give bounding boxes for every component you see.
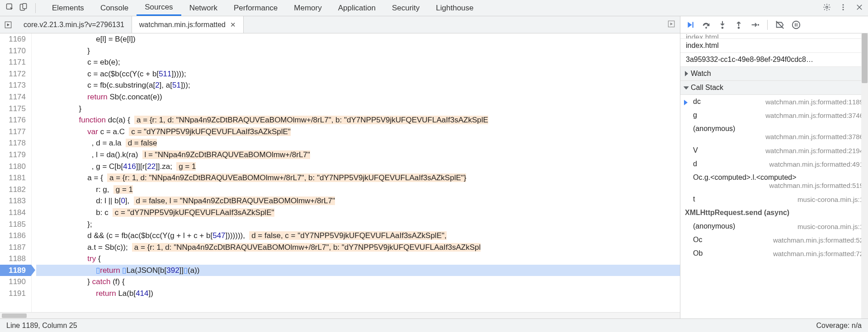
line-gutter: 1169117011711172117311741175117611771178…: [0, 33, 32, 312]
callstack-frame[interactable]: tmusic-corona.min.js:1: [680, 192, 868, 206]
threads-item[interactable]: index.html: [680, 33, 868, 39]
frame-function: dc: [693, 98, 708, 106]
code-line: }: [36, 103, 680, 115]
close-devtools-icon[interactable]: [855, 3, 863, 13]
line-number[interactable]: 1190: [0, 276, 31, 288]
line-number[interactable]: 1186: [0, 230, 31, 242]
navigator-toggle-icon[interactable]: [2, 21, 14, 29]
line-number[interactable]: 1180: [0, 161, 31, 173]
code-line: };: [36, 219, 680, 230]
line-number[interactable]: 1174: [0, 91, 31, 103]
resume-icon[interactable]: [685, 20, 695, 30]
code-line: r: g, g = 1: [36, 184, 680, 196]
frame-location: watchman.min.js:formatted:3746: [765, 112, 863, 119]
svg-point-4: [843, 4, 844, 5]
line-number[interactable]: 1185: [0, 219, 31, 230]
horizontal-scrollbar[interactable]: [0, 312, 680, 318]
callstack-frame[interactable]: Ocwatchman.min.js:formatted:52: [680, 233, 868, 247]
svg-point-11: [722, 27, 724, 29]
line-number[interactable]: 1182: [0, 184, 31, 196]
line-number[interactable]: 1184: [0, 207, 31, 219]
coverage-status: Coverage: n/a: [816, 322, 862, 330]
callstack-frame[interactable]: dwatchman.min.js:formatted:491: [680, 157, 868, 171]
line-number[interactable]: 1177: [0, 126, 31, 138]
line-number[interactable]: 1176: [0, 114, 31, 126]
line-number[interactable]: 1191: [0, 288, 31, 299]
svg-point-6: [843, 9, 844, 10]
cursor-position: Line 1189, Column 25: [6, 322, 77, 330]
tab-elements[interactable]: Elements: [44, 0, 92, 16]
callstack-frame[interactable]: Oc.g.<computed>.l.<computed>watchman.min…: [680, 171, 868, 192]
tab-memory[interactable]: Memory: [286, 0, 330, 16]
tab-security[interactable]: Security: [384, 0, 428, 16]
settings-icon[interactable]: [823, 3, 831, 13]
code-line: function dc(a) { a = {r: 1, d: "NNpa4n9Z…: [36, 114, 680, 126]
frame-function: (anonymous): [693, 125, 735, 132]
file-tab[interactable]: watchman.min.js:formatted✕: [132, 16, 244, 33]
code-line: c = fb(c.substring(a[2], a[51]));: [36, 79, 680, 91]
line-number[interactable]: 1188: [0, 253, 31, 265]
callstack-frame[interactable]: (anonymous)music-corona.min.js:1: [680, 220, 868, 233]
code-line: , d = a.la d = false: [36, 137, 680, 149]
frame-location: watchman.min.js:formatted:72: [773, 250, 863, 257]
close-icon[interactable]: ✕: [230, 21, 236, 29]
callstack-frame[interactable]: gwatchman.min.js:formatted:3746: [680, 108, 868, 122]
kebab-menu-icon[interactable]: [839, 3, 847, 13]
line-number[interactable]: 1183: [0, 195, 31, 207]
line-number[interactable]: 1181: [0, 172, 31, 184]
threads-item[interactable]: 3a959332-cc1c-49e8-98ef-294f0cdc8…: [680, 53, 868, 67]
code-editor[interactable]: 1169117011711172117311741175117611771178…: [0, 33, 680, 312]
svg-point-14: [793, 21, 800, 28]
svg-rect-16: [797, 23, 797, 26]
watch-section-header[interactable]: Watch: [680, 67, 868, 81]
svg-point-10: [705, 27, 707, 28]
divider: [767, 20, 768, 30]
line-number[interactable]: 1170: [0, 45, 31, 57]
line-number[interactable]: 1187: [0, 242, 31, 253]
device-toggle-icon[interactable]: [19, 3, 28, 14]
callstack-frame[interactable]: Obwatchman.min.js:formatted:72: [680, 247, 868, 260]
frame-function: (anonymous): [693, 222, 735, 230]
tab-network[interactable]: Network: [181, 0, 226, 16]
code-content[interactable]: e[l] = B(e[l]) } c = eb(e); c = ac($b(cc…: [32, 33, 680, 312]
code-line: var c = a.C c = "dY7NPP5V9jkUFQEVUFLAaIf…: [36, 126, 680, 138]
code-line: ▯return ▯La(JSON[b[392]]▯(a)): [36, 265, 680, 276]
callstack-section-header[interactable]: Call Stack: [680, 81, 868, 95]
line-number[interactable]: 1189: [0, 265, 31, 276]
callstack-frame[interactable]: (anonymous)watchman.min.js:formatted:378…: [680, 122, 868, 144]
line-number[interactable]: 1171: [0, 56, 31, 68]
line-number[interactable]: 1169: [0, 33, 31, 45]
inspect-icon[interactable]: [5, 3, 14, 14]
frame-location: watchman.min.js:formatted:519: [769, 182, 863, 189]
step-out-icon[interactable]: [734, 20, 744, 30]
line-number[interactable]: 1179: [0, 149, 31, 161]
callstack-frame[interactable]: dcwatchman.min.js:formatted:1189: [680, 95, 868, 108]
tab-console[interactable]: Console: [92, 0, 137, 16]
threads-item[interactable]: index.html: [680, 39, 868, 53]
step-icon[interactable]: [750, 20, 760, 30]
step-over-icon[interactable]: [701, 20, 711, 30]
tab-application[interactable]: Application: [330, 0, 384, 16]
line-number[interactable]: 1175: [0, 103, 31, 115]
step-into-icon[interactable]: [717, 20, 727, 30]
tab-sources[interactable]: Sources: [137, 0, 181, 16]
code-line: }: [36, 45, 680, 57]
pause-on-exceptions-icon[interactable]: [791, 20, 801, 30]
file-tab[interactable]: core.v2.21.3.min.js?v=2796131: [16, 16, 132, 33]
line-number[interactable]: 1172: [0, 68, 31, 80]
frame-location: watchman.min.js:formatted:52: [773, 236, 863, 244]
tab-performance[interactable]: Performance: [226, 0, 286, 16]
tab-lighthouse[interactable]: Lighthouse: [428, 0, 481, 16]
code-line: try {: [36, 253, 680, 265]
line-number[interactable]: 1178: [0, 137, 31, 149]
deactivate-breakpoints-icon[interactable]: [775, 20, 785, 30]
callstack-frame[interactable]: Vwatchman.min.js:formatted:2194: [680, 144, 868, 157]
run-snippet-icon[interactable]: [663, 20, 680, 30]
vertical-scrollbar[interactable]: [861, 33, 868, 318]
frame-function: Ob: [693, 249, 708, 257]
frame-location: watchman.min.js:formatted:491: [769, 160, 863, 168]
frame-function: g: [693, 111, 708, 119]
svg-point-12: [738, 27, 740, 29]
line-number[interactable]: 1173: [0, 79, 31, 91]
frame-function: V: [693, 146, 708, 154]
